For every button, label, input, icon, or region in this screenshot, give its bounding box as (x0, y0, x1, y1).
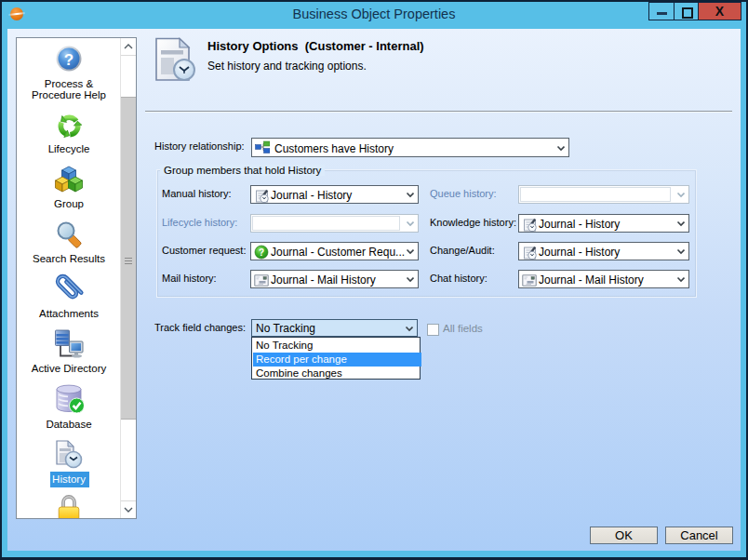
svg-text:?: ? (64, 51, 73, 69)
